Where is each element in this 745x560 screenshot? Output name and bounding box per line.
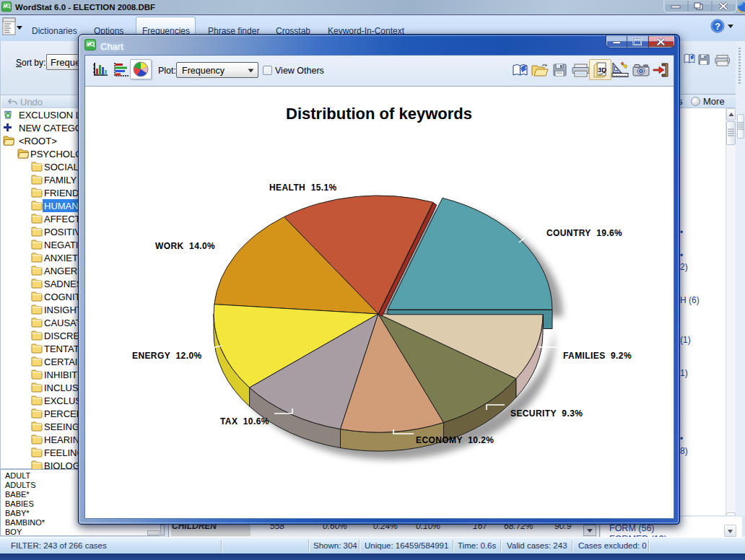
svg-text:ENERGY 12.0%: ENERGY 12.0%: [132, 351, 202, 361]
svg-text:SECURITY 9.3%: SECURITY 9.3%: [510, 408, 583, 419]
svg-text:HEALTH 15.1%: HEALTH 15.1%: [269, 183, 337, 193]
svg-text:FAMILIES 9.2%: FAMILIES 9.2%: [563, 351, 632, 361]
svg-text:WORK 14.0%: WORK 14.0%: [155, 241, 215, 251]
svg-text:3D: 3D: [598, 66, 606, 74]
svg-text:?: ?: [715, 21, 720, 32]
svg-text:TAX 10.6%: TAX 10.6%: [220, 416, 269, 426]
svg-text:ECONOMY 10.2%: ECONOMY 10.2%: [416, 435, 494, 445]
svg-text:Distribution of keywords: Distribution of keywords: [286, 105, 472, 123]
svg-text:COUNTRY 19.6%: COUNTRY 19.6%: [546, 228, 622, 238]
